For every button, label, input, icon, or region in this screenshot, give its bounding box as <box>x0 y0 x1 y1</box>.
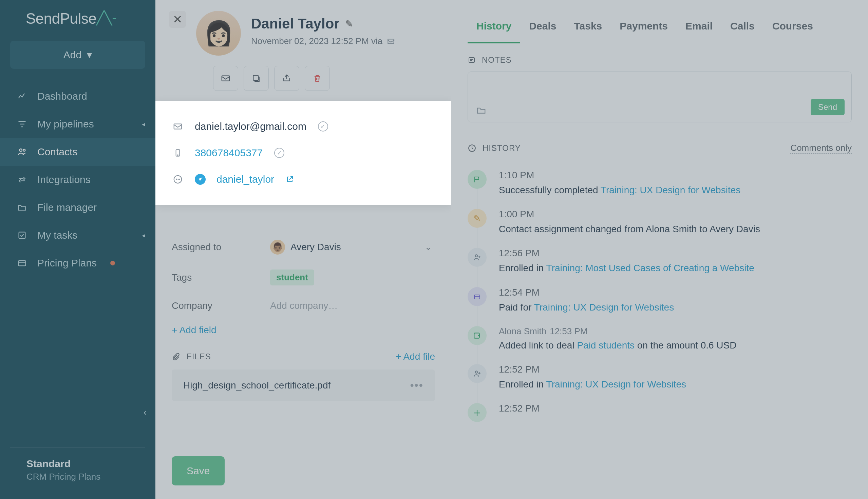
svg-rect-5 <box>253 75 258 80</box>
more-icon[interactable]: ••• <box>410 379 424 391</box>
contact-fields: Assigned to 👨🏽 Avery Davis ⌄ Tags studen… <box>155 205 451 342</box>
pipelines-icon <box>16 118 28 130</box>
svg-point-10 <box>176 179 177 180</box>
timeline-link[interactable]: Training: UX Design for Websites <box>534 302 674 313</box>
tab-tasks[interactable]: Tasks <box>565 14 611 43</box>
company-placeholder: Add company… <box>270 300 337 311</box>
user-plus-icon <box>467 248 487 267</box>
sidebar-item-pricing-plans[interactable]: Pricing Plans <box>0 249 155 277</box>
svg-rect-15 <box>474 295 480 299</box>
svg-rect-12 <box>469 58 474 62</box>
tag-badge: student <box>270 269 314 285</box>
svg-point-0 <box>20 149 22 151</box>
company-field[interactable]: Company Add company… <box>172 293 435 319</box>
clock-icon <box>467 144 476 153</box>
verify-icon[interactable]: ✓ <box>274 148 284 158</box>
delete-action-button[interactable] <box>305 66 330 91</box>
collapse-sidebar-button[interactable]: ‹ <box>144 407 146 418</box>
folder-icon[interactable] <box>476 105 486 115</box>
tab-history[interactable]: History <box>467 14 520 43</box>
sidebar-item-pipelines[interactable]: My pipelines ◂ <box>0 110 155 138</box>
timeline-item: ＋ 12:52 PM <box>467 397 852 428</box>
plus-icon: ＋ <box>467 403 487 422</box>
tab-courses[interactable]: Courses <box>763 14 822 43</box>
svg-point-8 <box>177 155 178 155</box>
folder-icon <box>16 202 28 213</box>
telegram-value[interactable]: daniel_taylor <box>216 173 274 185</box>
dashboard-icon <box>16 90 28 102</box>
share-action-button[interactable] <box>274 66 299 91</box>
chevron-down-icon: ⌄ <box>425 242 435 252</box>
comments-only-link[interactable]: Comments only <box>790 143 852 154</box>
sidebar-item-my-tasks[interactable]: My tasks ◂ <box>0 221 155 249</box>
phone-icon <box>172 148 184 158</box>
sidebar-item-dashboard[interactable]: Dashboard <box>0 82 155 110</box>
contact-panel: ✕ 👩🏻 Daniel Taylor ✎ November 02, 2023 1… <box>155 0 451 499</box>
sidebar: SendPulse╱╲- Add ▾ Dashboard My pipeline… <box>0 0 155 499</box>
svg-point-1 <box>23 149 25 151</box>
edit-icon[interactable]: ✎ <box>345 18 353 29</box>
files-label: FILES <box>187 352 211 361</box>
contact-actions <box>155 62 451 101</box>
timeline-item: 12:54 PM Paid for Training: UX Design fo… <box>467 281 852 320</box>
sidebar-item-integrations[interactable]: Integrations <box>0 166 155 194</box>
assignee-avatar: 👨🏽 <box>270 240 285 255</box>
file-name: High_design_school_certificate.pdf <box>183 380 331 391</box>
sidebar-nav: Dashboard My pipelines ◂ Contacts Integ <box>0 82 155 448</box>
chevron-left-icon: ◂ <box>142 231 145 239</box>
timeline: 1:10 PM Successfully completed Training:… <box>467 164 852 428</box>
tab-payments[interactable]: Payments <box>611 14 677 43</box>
email-action-button[interactable] <box>213 66 238 91</box>
contacts-icon <box>16 146 28 158</box>
telegram-icon <box>195 174 206 185</box>
svg-rect-2 <box>19 232 25 239</box>
telegram-row: daniel_taylor <box>172 166 435 193</box>
chat-icon <box>172 174 184 184</box>
plan-name: Standard <box>26 458 129 470</box>
verify-icon[interactable]: ✓ <box>318 121 328 132</box>
tab-calls[interactable]: Calls <box>722 14 763 43</box>
files-section: FILES + Add file High_design_school_cert… <box>155 342 451 411</box>
svg-point-17 <box>475 371 478 373</box>
pencil-icon: ✎ <box>467 209 487 228</box>
copy-action-button[interactable] <box>243 66 269 91</box>
timeline-item: Alona Smith12:53 PM Added link to deal P… <box>467 320 852 358</box>
tab-deals[interactable]: Deals <box>520 14 565 43</box>
wallet-icon <box>467 287 487 306</box>
caret-down-icon: ▾ <box>87 49 92 61</box>
tab-email[interactable]: Email <box>677 14 722 43</box>
sidebar-item-contacts[interactable]: Contacts <box>0 138 155 166</box>
sidebar-item-file-manager[interactable]: File manager <box>0 194 155 221</box>
timeline-link[interactable]: Training: UX Design for Websites <box>601 185 740 195</box>
mail-icon <box>172 121 184 132</box>
save-button[interactable]: Save <box>172 456 225 485</box>
file-row[interactable]: High_design_school_certificate.pdf ••• <box>172 369 435 401</box>
history-label: HISTORY <box>483 143 521 153</box>
svg-point-11 <box>179 179 180 180</box>
send-button[interactable]: Send <box>811 99 845 115</box>
external-link-icon[interactable] <box>286 175 294 183</box>
svg-rect-3 <box>19 261 26 266</box>
integrations-icon <box>16 174 28 185</box>
svg-rect-4 <box>222 76 230 81</box>
email-value[interactable]: daniel.taylor@gmail.com <box>195 121 306 132</box>
notes-input[interactable]: Send <box>467 72 852 122</box>
add-file-link[interactable]: + Add file <box>396 351 435 362</box>
assignee-name: Avery Davis <box>290 242 341 253</box>
add-button[interactable]: Add ▾ <box>10 41 145 69</box>
avatar: 👩🏻 <box>196 11 241 56</box>
timeline-link[interactable]: Training: UX Design for Websites <box>546 379 686 390</box>
tasks-icon <box>16 230 28 241</box>
assigned-to-field[interactable]: Assigned to 👨🏽 Avery Davis ⌄ <box>172 232 435 262</box>
user-plus-icon <box>467 364 487 383</box>
timeline-link[interactable]: Training: Most Used Cases of Creating a … <box>546 263 754 273</box>
timeline-link[interactable]: Paid students <box>577 340 634 351</box>
add-field-link[interactable]: + Add field <box>172 319 216 336</box>
phone-row: 380678405377 ✓ <box>172 140 435 166</box>
timeline-item: 12:56 PM Enrolled in Training: Most Used… <box>467 242 852 281</box>
tags-field[interactable]: Tags student <box>172 262 435 293</box>
close-button[interactable]: ✕ <box>169 11 186 28</box>
phone-value[interactable]: 380678405377 <box>195 147 263 159</box>
notes-section: NOTES Send <box>451 43 868 129</box>
timeline-item: 1:10 PM Successfully completed Training:… <box>467 164 852 203</box>
